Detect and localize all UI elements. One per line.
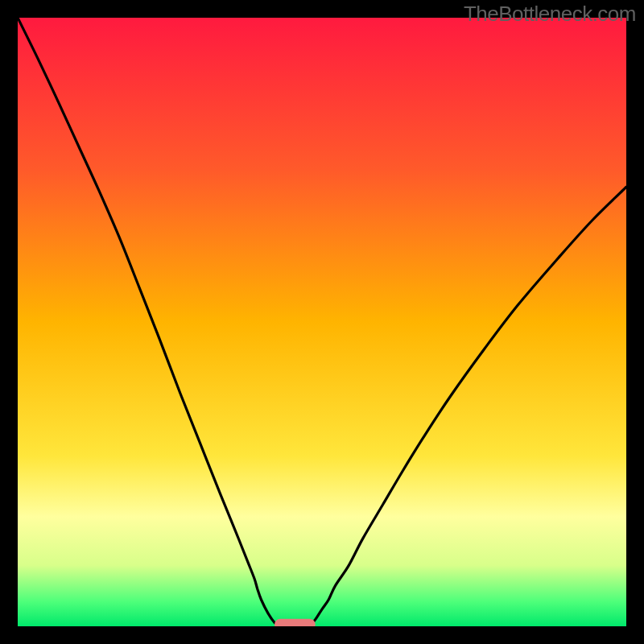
watermark-text: TheBottleneck.com bbox=[464, 2, 636, 27]
bottleneck-chart bbox=[18, 18, 626, 626]
gradient-background bbox=[18, 18, 626, 626]
chart-frame bbox=[18, 18, 626, 626]
marker-group bbox=[275, 619, 316, 626]
bottleneck-marker bbox=[275, 619, 316, 626]
